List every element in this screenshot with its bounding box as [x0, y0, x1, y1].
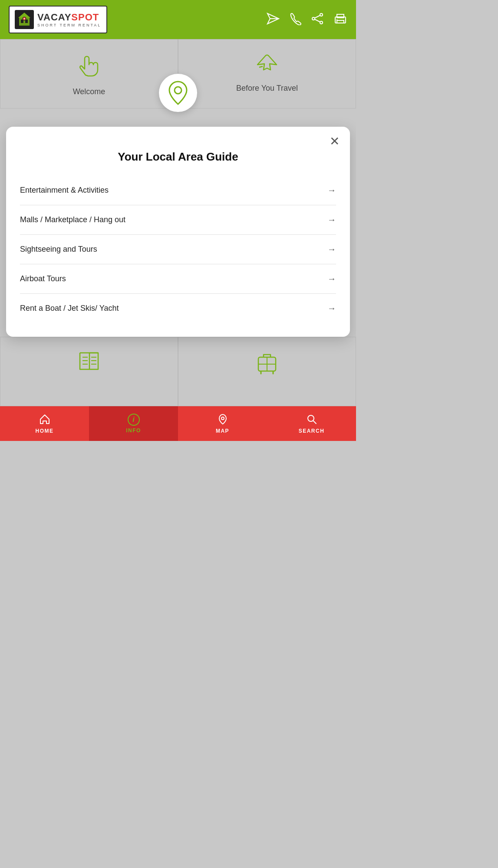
nav-label-search: SEARCH [299, 428, 325, 434]
arrow-icon-malls: → [327, 215, 336, 225]
header-actions [267, 12, 347, 27]
arrow-icon-airboat: → [327, 274, 336, 284]
background-grid-top: Welcome Before You Travel [0, 39, 356, 108]
luggage-cell[interactable] [178, 337, 356, 406]
search-icon [306, 414, 317, 426]
nav-item-home[interactable]: HOME [0, 406, 89, 441]
local-area-guide-fab[interactable] [159, 74, 197, 112]
nav-label-map: MAP [216, 428, 229, 434]
guide-item-sightseeing[interactable]: Sightseeing and Tours → [20, 235, 336, 264]
svg-rect-16 [337, 20, 344, 23]
welcome-cell[interactable]: Welcome [0, 39, 178, 108]
nav-label-info: INFO [126, 427, 141, 434]
hand-icon [77, 53, 101, 80]
guide-item-airboat[interactable]: Airboat Tours → [20, 264, 336, 294]
svg-point-17 [336, 20, 338, 21]
before-you-travel-label: Before You Travel [236, 84, 298, 93]
nav-item-info[interactable]: i INFO [89, 406, 178, 441]
guide-item-entertainment[interactable]: Entertainment & Activities → [20, 176, 336, 205]
bottom-navigation: HOME i INFO MAP SEARCH [0, 406, 356, 441]
pin-icon [167, 81, 189, 105]
luggage-icon [255, 350, 279, 375]
nav-item-search[interactable]: SEARCH [267, 406, 356, 441]
home-icon [39, 414, 50, 426]
nav-label-home: HOME [36, 428, 54, 434]
svg-line-12 [315, 16, 320, 18]
guide-item-malls[interactable]: Malls / Marketplace / Hang out → [20, 205, 336, 235]
send-icon[interactable] [267, 13, 280, 26]
local-area-guide-modal: ✕ Your Local Area Guide Entertainment & … [6, 127, 350, 337]
book-cell[interactable] [0, 337, 178, 406]
svg-point-11 [312, 17, 315, 20]
info-icon: i [128, 414, 140, 426]
map-icon [217, 414, 228, 426]
welcome-label: Welcome [73, 87, 106, 96]
background-grid-bottom [0, 337, 356, 406]
app-header: VACAYSPOT SHORT TERM RENTAL [0, 0, 356, 39]
svg-point-9 [320, 13, 323, 16]
book-icon [76, 350, 102, 372]
arrow-icon-entertainment: → [327, 185, 336, 195]
svg-point-10 [320, 21, 323, 24]
logo-subtitle: SHORT TERM RENTAL [37, 23, 101, 27]
logo[interactable]: VACAYSPOT SHORT TERM RENTAL [9, 6, 107, 33]
guide-item-rent-boat[interactable]: Rent a Boat / Jet Skis/ Yacht → [20, 294, 336, 323]
svg-line-13 [315, 20, 320, 22]
arrow-icon-sightseeing: → [327, 244, 336, 254]
modal-close-button[interactable]: ✕ [330, 135, 340, 148]
phone-icon[interactable] [289, 12, 301, 27]
nav-item-map[interactable]: MAP [178, 406, 267, 441]
modal-wrapper: ✕ Your Local Area Guide Entertainment & … [6, 104, 350, 337]
before-you-travel-cell[interactable]: Before You Travel [178, 39, 356, 108]
plane-icon [253, 53, 281, 77]
share-icon[interactable] [311, 13, 324, 26]
svg-point-19 [175, 87, 181, 94]
svg-line-35 [313, 421, 316, 424]
modal-title: Your Local Area Guide [20, 150, 336, 164]
logo-text: VACAYSPOT SHORT TERM RENTAL [37, 12, 101, 27]
house-logo-icon [15, 10, 34, 29]
print-icon[interactable] [333, 13, 347, 26]
logo-brand: VACAYSPOT [37, 12, 101, 23]
arrow-icon-rent-boat: → [327, 303, 336, 313]
svg-point-6 [24, 18, 25, 20]
svg-line-18 [259, 66, 263, 67]
svg-point-33 [221, 417, 224, 420]
